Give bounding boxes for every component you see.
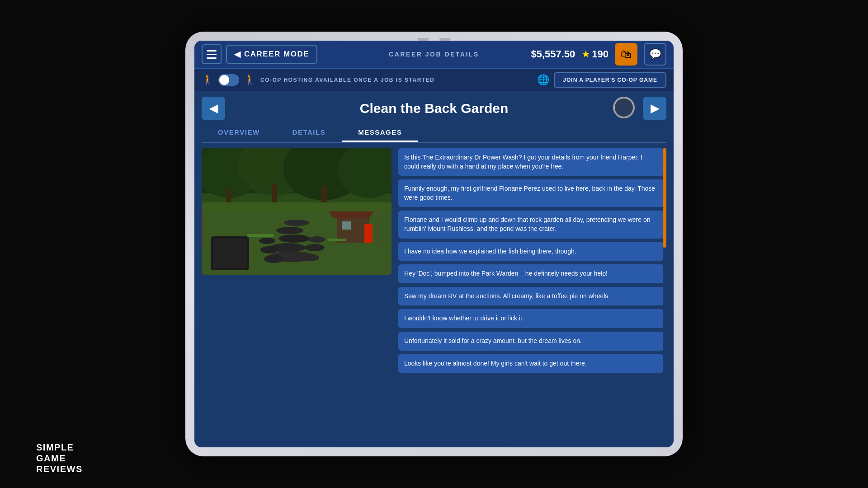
svg-rect-27 xyxy=(213,239,247,268)
message-bubble: I have no idea how we explained the fish… xyxy=(398,242,665,261)
career-mode-label: CAREER MODE xyxy=(244,50,309,59)
back-career-button[interactable]: ◀ CAREER MODE xyxy=(226,45,317,64)
svg-marker-23 xyxy=(329,211,374,218)
garden-scene xyxy=(202,148,392,275)
message-bubble: Unfortunately it sold for a crazy amount… xyxy=(398,332,665,351)
messages-scroll[interactable]: Is this The Extraordinary Dr Power Wash?… xyxy=(398,148,666,442)
content-area: Is this The Extraordinary Dr Power Wash?… xyxy=(202,148,666,442)
svg-rect-25 xyxy=(364,224,373,243)
job-title: Clean the Back Garden xyxy=(225,101,643,116)
message-bubble: Floriane and I would climb up and down t… xyxy=(398,211,665,238)
tablet-frame: ◀ CAREER MODE CAREER JOB DETAILS $5,557.… xyxy=(185,32,683,456)
message-bubble: Funnily enough, my first girlfriend Flor… xyxy=(398,179,665,207)
tablet-screen: ◀ CAREER MODE CAREER JOB DETAILS $5,557.… xyxy=(194,41,674,447)
svg-rect-29 xyxy=(378,211,379,248)
message-bubble: Looks like you're almost done! My girls … xyxy=(398,354,665,373)
star-rating: ★ 190 xyxy=(581,48,609,60)
scrollbar-thumb[interactable] xyxy=(663,148,666,248)
job-title-row: ◀ Clean the Back Garden ▶ xyxy=(202,91,666,124)
coop-message: CO-OP HOSTING AVAILABLE ONCE A JOB IS ST… xyxy=(260,77,533,83)
back-icon: ◀ xyxy=(234,49,241,59)
svg-rect-31 xyxy=(328,239,346,241)
watermark-logo: SIMPLE GAME REVIEWS xyxy=(36,442,83,474)
svg-point-17 xyxy=(301,254,319,261)
svg-point-19 xyxy=(305,244,325,251)
message-bubble: Hey 'Doc', bumped into the Park Warden –… xyxy=(398,264,665,283)
globe-icon: 🌐 xyxy=(537,74,549,86)
shop-button[interactable]: 🛍 xyxy=(615,43,637,66)
tab-details[interactable]: DETAILS xyxy=(276,124,342,142)
coop-toggle[interactable] xyxy=(218,74,239,86)
svg-point-21 xyxy=(309,236,325,243)
message-bubble: Is this The Extraordinary Dr Power Wash?… xyxy=(398,148,665,176)
main-content: ◀ Clean the Back Garden ▶ OVERVIEW DETAI… xyxy=(194,91,674,447)
prev-job-button[interactable]: ◀ xyxy=(202,97,225,120)
menu-line-3 xyxy=(207,57,217,59)
job-image-panel xyxy=(202,148,392,275)
svg-point-15 xyxy=(284,220,309,226)
message-bubble: I wouldn't know whether to drive it or l… xyxy=(398,309,665,328)
scroll-indicator xyxy=(663,148,666,442)
currency-display: $5,557.50 xyxy=(531,48,575,60)
coop-join-button[interactable]: JOIN A PLAYER'S CO-OP GAME xyxy=(554,72,666,88)
page-title: CAREER JOB DETAILS xyxy=(389,51,479,58)
messages-panel: Is this The Extraordinary Dr Power Wash?… xyxy=(398,148,666,442)
svg-rect-24 xyxy=(342,221,351,230)
tab-messages[interactable]: MESSAGES xyxy=(342,124,418,142)
menu-line-2 xyxy=(207,54,217,55)
chat-button[interactable]: 💬 xyxy=(644,43,666,66)
svg-point-13 xyxy=(278,235,310,243)
svg-point-14 xyxy=(276,227,303,234)
coop-player-icon-right: 🚶 xyxy=(244,74,256,86)
svg-point-20 xyxy=(259,238,275,244)
top-bar: ◀ CAREER MODE CAREER JOB DETAILS $5,557.… xyxy=(194,41,674,69)
menu-button[interactable] xyxy=(202,44,222,64)
coop-player-icon-left: 🚶 xyxy=(202,74,214,86)
svg-rect-28 xyxy=(202,211,203,248)
coop-toggle-knob xyxy=(219,75,229,85)
tabs-row: OVERVIEW DETAILS MESSAGES xyxy=(202,124,666,143)
svg-point-16 xyxy=(264,255,284,263)
svg-point-18 xyxy=(260,246,278,253)
svg-rect-30 xyxy=(247,234,274,237)
star-icon: ★ xyxy=(581,48,590,60)
status-indicator xyxy=(613,97,635,118)
next-job-button[interactable]: ▶ xyxy=(643,97,666,120)
tab-overview[interactable]: OVERVIEW xyxy=(202,124,276,142)
menu-line-1 xyxy=(207,50,217,52)
message-bubble: Saw my dream RV at the auctions. All cre… xyxy=(398,287,665,306)
coop-bar: 🚶 🚶 CO-OP HOSTING AVAILABLE ONCE A JOB I… xyxy=(194,69,674,91)
star-value: 190 xyxy=(592,48,609,60)
